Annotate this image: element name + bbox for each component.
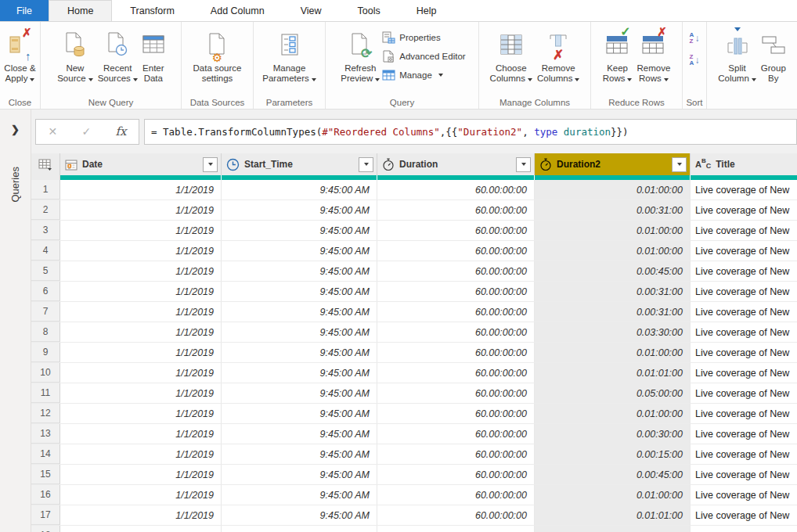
- cell-title[interactable]: Live coverage of New: [691, 322, 797, 342]
- row-number[interactable]: 3: [31, 221, 60, 240]
- cell-title[interactable]: Live coverage of New: [691, 180, 797, 200]
- recent-sources-button[interactable]: Recent Sources: [96, 24, 140, 85]
- cell-duration2[interactable]: 0.01:01:00: [535, 363, 691, 383]
- cell-duration[interactable]: 60.00:00:00: [377, 465, 535, 484]
- cell-start-time[interactable]: 9:45:00 AM: [222, 302, 377, 322]
- row-number[interactable]: 7: [31, 302, 60, 322]
- row-number[interactable]: 14: [31, 444, 60, 464]
- select-all-button[interactable]: [31, 153, 60, 175]
- enter-data-button[interactable]: Enter Data: [140, 24, 167, 85]
- cell-duration[interactable]: 60.00:00:00: [377, 282, 535, 301]
- cell-duration2[interactable]: 0.00:31:00: [535, 200, 691, 220]
- advanced-editor-button[interactable]: Advanced Editor: [382, 48, 465, 64]
- cell-title[interactable]: Live coverage of New: [691, 282, 797, 301]
- expand-panel-chevron-icon[interactable]: ❯: [11, 124, 20, 135]
- cell-duration2[interactable]: 0.01:00:00: [535, 343, 691, 362]
- cell-duration2[interactable]: 0.01:01:00: [535, 505, 691, 525]
- cell-date[interactable]: 1/1/2019: [60, 444, 222, 464]
- cell-duration2[interactable]: 0.00:15:00: [535, 444, 691, 464]
- cell-date[interactable]: 1/1/2019: [60, 200, 222, 220]
- cell-date[interactable]: 1/1/2019: [60, 465, 222, 484]
- cell-date[interactable]: 1/1/2019: [60, 343, 222, 362]
- cell-title[interactable]: Live coverage of New: [691, 241, 797, 261]
- cell-date[interactable]: 1/1/2019: [60, 221, 222, 240]
- cell-start-time[interactable]: 9:45:00 AM: [222, 200, 377, 220]
- row-number[interactable]: 13: [31, 424, 60, 444]
- cell-date[interactable]: 1/1/2019: [60, 180, 222, 200]
- cell-date[interactable]: 1/1/2019: [60, 485, 222, 505]
- tab-home[interactable]: Home: [49, 0, 112, 21]
- cell-start-time[interactable]: 9:45:00 AM: [222, 241, 377, 261]
- cell-duration2[interactable]: 0.01:00:00: [535, 404, 691, 423]
- cell-date[interactable]: 1/1/2019: [60, 383, 222, 403]
- cell-duration2[interactable]: 0.01:00:00: [535, 485, 691, 505]
- keep-rows-button[interactable]: ✓ Keep Rows: [600, 24, 635, 85]
- cell-duration[interactable]: 60.00:00:00: [377, 241, 535, 261]
- cell-title[interactable]: Live coverage of New: [691, 404, 797, 423]
- cell-start-time[interactable]: 9:45:00 AM: [222, 343, 377, 362]
- cell-date[interactable]: 1/1/2019: [60, 282, 222, 301]
- cell-title[interactable]: Live coverage of New: [691, 200, 797, 220]
- cell-start-time[interactable]: 9:45:00 AM: [222, 261, 377, 281]
- cell-duration[interactable]: 60.00:00:00: [377, 322, 535, 342]
- cell-start-time[interactable]: 9:45:00 AM: [222, 363, 377, 383]
- cell-duration[interactable]: 60.00:00:00: [377, 302, 535, 322]
- cell-start-time[interactable]: 9:45:00 AM: [222, 526, 377, 532]
- row-number[interactable]: 9: [31, 343, 60, 362]
- cell-title[interactable]: Live coverage of New: [691, 444, 797, 464]
- cell-duration[interactable]: 60.00:00:00: [377, 343, 535, 362]
- row-number[interactable]: 5: [31, 261, 60, 281]
- new-source-button[interactable]: New Source: [55, 24, 95, 85]
- cell-date[interactable]: 1/1/2019: [60, 261, 222, 281]
- cell-duration2[interactable]: 0.03:30:00: [535, 322, 691, 342]
- manage-parameters-button[interactable]: Manage Parameters: [260, 24, 318, 85]
- data-source-settings-button[interactable]: ⚙ Data source settings: [190, 24, 243, 85]
- cell-duration[interactable]: 60.00:00:00: [377, 383, 535, 403]
- cell-title[interactable]: Live coverage of New: [691, 383, 797, 403]
- tab-help[interactable]: Help: [398, 0, 455, 21]
- row-number[interactable]: 8: [31, 322, 60, 342]
- properties-button[interactable]: Properties: [382, 29, 465, 45]
- cell-start-time[interactable]: 9:45:00 AM: [222, 221, 377, 240]
- tab-transform[interactable]: Transform: [112, 0, 193, 21]
- cancel-formula-icon[interactable]: ✕: [49, 125, 58, 138]
- row-number[interactable]: 10: [31, 363, 60, 383]
- sort-ascending-button[interactable]: AZ ↓: [690, 31, 700, 46]
- cell-duration2[interactable]: 0.05:00:00: [535, 383, 691, 403]
- tab-add-column[interactable]: Add Column: [193, 0, 283, 21]
- cell-date[interactable]: 1/1/2019: [60, 302, 222, 322]
- cell-duration[interactable]: 60.00:00:00: [377, 363, 535, 383]
- cell-start-time[interactable]: 9:45:00 AM: [222, 444, 377, 464]
- cell-date[interactable]: 1/1/2019: [60, 505, 222, 525]
- cell-duration[interactable]: 60.00:00:00: [377, 505, 535, 525]
- column-header-duration[interactable]: Duration: [377, 153, 535, 175]
- cell-start-time[interactable]: 9:45:00 AM: [222, 404, 377, 423]
- add-step-fx-icon[interactable]: fx: [115, 124, 126, 138]
- cell-duration2[interactable]: 0.01:00:00: [535, 180, 691, 200]
- cell-duration2[interactable]: 0.00:45:00: [535, 261, 691, 281]
- choose-columns-button[interactable]: Choose Columns: [488, 24, 535, 85]
- cell-start-time[interactable]: 9:45:00 AM: [222, 485, 377, 505]
- row-number[interactable]: 16: [31, 485, 60, 505]
- cell-duration[interactable]: 60.00:00:00: [377, 526, 535, 532]
- sort-descending-button[interactable]: ZA ↓: [690, 52, 700, 68]
- cell-start-time[interactable]: 9:45:00 AM: [222, 322, 377, 342]
- close-and-apply-button[interactable]: ✗ ↑ Close & Apply: [2, 24, 38, 85]
- cell-title[interactable]: Live coverage of New: [691, 465, 797, 484]
- refresh-preview-button[interactable]: ⟳ Refresh Preview: [338, 24, 382, 85]
- row-number[interactable]: 6: [31, 282, 60, 301]
- cell-start-time[interactable]: 9:45:00 AM: [222, 180, 377, 200]
- cell-duration2[interactable]: 0.01:00:00: [535, 221, 691, 240]
- remove-rows-button[interactable]: ✗ Remove Rows: [634, 24, 673, 85]
- cell-title[interactable]: Live coverage of New: [691, 505, 797, 525]
- row-number[interactable]: 17: [31, 505, 60, 525]
- column-header-date[interactable]: Date: [60, 153, 222, 175]
- column-header-duration2-selected[interactable]: Duration2: [535, 153, 691, 175]
- column-header-start-time[interactable]: Start_Time: [222, 153, 377, 175]
- filter-button-date[interactable]: [203, 157, 218, 172]
- cell-date[interactable]: 1/1/2019: [60, 363, 222, 383]
- row-number[interactable]: 11: [31, 383, 60, 403]
- cell-duration2[interactable]: 0.00:30:00: [535, 424, 691, 444]
- manage-button[interactable]: Manage: [382, 66, 465, 83]
- row-number[interactable]: 4: [31, 241, 60, 261]
